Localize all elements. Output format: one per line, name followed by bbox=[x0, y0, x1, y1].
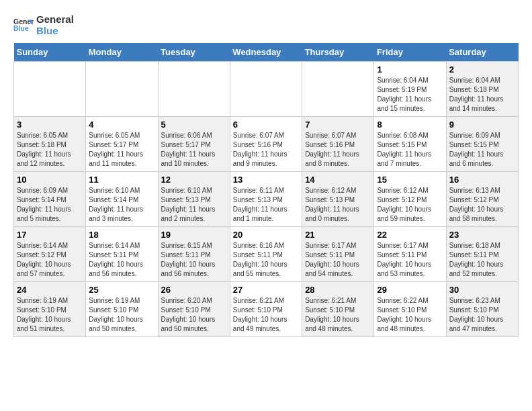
day-cell: 3Sunrise: 6:05 AM Sunset: 5:18 PM Daylig… bbox=[14, 117, 86, 172]
day-number: 9 bbox=[449, 120, 515, 130]
week-row-4: 17Sunrise: 6:14 AM Sunset: 5:12 PM Dayli… bbox=[14, 227, 519, 282]
day-info: Sunrise: 6:21 AM Sunset: 5:10 PM Dayligh… bbox=[305, 296, 371, 334]
day-cell: 21Sunrise: 6:17 AM Sunset: 5:11 PM Dayli… bbox=[302, 227, 374, 282]
day-cell: 28Sunrise: 6:21 AM Sunset: 5:10 PM Dayli… bbox=[302, 282, 374, 337]
day-info: Sunrise: 6:19 AM Sunset: 5:10 PM Dayligh… bbox=[89, 296, 154, 334]
day-number: 1 bbox=[377, 64, 443, 75]
day-info: Sunrise: 6:21 AM Sunset: 5:10 PM Dayligh… bbox=[233, 296, 299, 334]
day-number: 25 bbox=[89, 285, 154, 295]
day-info: Sunrise: 6:10 AM Sunset: 5:14 PM Dayligh… bbox=[89, 186, 154, 224]
day-info: Sunrise: 6:05 AM Sunset: 5:17 PM Dayligh… bbox=[89, 131, 154, 169]
day-cell: 1Sunrise: 6:04 AM Sunset: 5:19 PM Daylig… bbox=[374, 62, 446, 117]
day-number: 22 bbox=[377, 230, 443, 240]
day-cell: 26Sunrise: 6:20 AM Sunset: 5:10 PM Dayli… bbox=[158, 282, 230, 337]
day-info: Sunrise: 6:23 AM Sunset: 5:10 PM Dayligh… bbox=[449, 296, 515, 334]
day-cell: 15Sunrise: 6:12 AM Sunset: 5:12 PM Dayli… bbox=[374, 172, 446, 227]
calendar-table: SundayMondayTuesdayWednesdayThursdayFrid… bbox=[13, 43, 519, 337]
day-info: Sunrise: 6:06 AM Sunset: 5:17 PM Dayligh… bbox=[161, 131, 227, 169]
day-cell: 14Sunrise: 6:12 AM Sunset: 5:13 PM Dayli… bbox=[302, 172, 374, 227]
day-number: 28 bbox=[305, 285, 371, 295]
day-info: Sunrise: 6:10 AM Sunset: 5:13 PM Dayligh… bbox=[161, 186, 227, 224]
day-cell bbox=[158, 62, 230, 117]
day-cell: 16Sunrise: 6:13 AM Sunset: 5:12 PM Dayli… bbox=[446, 172, 518, 227]
day-cell: 10Sunrise: 6:09 AM Sunset: 5:14 PM Dayli… bbox=[14, 172, 86, 227]
day-info: Sunrise: 6:22 AM Sunset: 5:10 PM Dayligh… bbox=[377, 296, 443, 334]
day-number: 18 bbox=[89, 230, 154, 240]
day-cell: 9Sunrise: 6:09 AM Sunset: 5:15 PM Daylig… bbox=[446, 117, 518, 172]
day-number: 3 bbox=[17, 120, 83, 130]
logo-general: General bbox=[36, 13, 74, 25]
day-info: Sunrise: 6:05 AM Sunset: 5:18 PM Dayligh… bbox=[17, 131, 83, 169]
day-info: Sunrise: 6:04 AM Sunset: 5:19 PM Dayligh… bbox=[377, 76, 443, 113]
day-number: 4 bbox=[89, 120, 154, 130]
day-number: 20 bbox=[233, 230, 299, 240]
day-cell: 11Sunrise: 6:10 AM Sunset: 5:14 PM Dayli… bbox=[86, 172, 158, 227]
logo: General Blue General Blue bbox=[13, 13, 74, 36]
weekday-header-saturday: Saturday bbox=[446, 43, 518, 62]
week-row-1: 1Sunrise: 6:04 AM Sunset: 5:19 PM Daylig… bbox=[14, 62, 519, 117]
day-info: Sunrise: 6:09 AM Sunset: 5:15 PM Dayligh… bbox=[449, 131, 515, 169]
day-cell: 4Sunrise: 6:05 AM Sunset: 5:17 PM Daylig… bbox=[86, 117, 158, 172]
day-cell: 24Sunrise: 6:19 AM Sunset: 5:10 PM Dayli… bbox=[14, 282, 86, 337]
day-number: 13 bbox=[233, 175, 299, 185]
day-cell: 5Sunrise: 6:06 AM Sunset: 5:17 PM Daylig… bbox=[158, 117, 230, 172]
week-row-2: 3Sunrise: 6:05 AM Sunset: 5:18 PM Daylig… bbox=[14, 117, 519, 172]
weekday-header-monday: Monday bbox=[86, 43, 158, 62]
day-info: Sunrise: 6:07 AM Sunset: 5:16 PM Dayligh… bbox=[305, 131, 371, 169]
day-info: Sunrise: 6:08 AM Sunset: 5:15 PM Dayligh… bbox=[377, 131, 443, 169]
day-number: 19 bbox=[161, 230, 227, 240]
logo-blue: Blue bbox=[36, 25, 74, 36]
day-cell: 25Sunrise: 6:19 AM Sunset: 5:10 PM Dayli… bbox=[86, 282, 158, 337]
day-number: 27 bbox=[233, 285, 299, 295]
day-number: 2 bbox=[449, 64, 515, 75]
day-info: Sunrise: 6:11 AM Sunset: 5:13 PM Dayligh… bbox=[233, 186, 299, 224]
weekday-header-sunday: Sunday bbox=[14, 43, 86, 62]
day-number: 24 bbox=[17, 285, 83, 295]
day-number: 14 bbox=[305, 175, 371, 185]
day-cell bbox=[14, 62, 86, 117]
day-cell: 8Sunrise: 6:08 AM Sunset: 5:15 PM Daylig… bbox=[374, 117, 446, 172]
day-info: Sunrise: 6:18 AM Sunset: 5:11 PM Dayligh… bbox=[449, 241, 515, 279]
day-info: Sunrise: 6:12 AM Sunset: 5:12 PM Dayligh… bbox=[377, 186, 443, 224]
day-info: Sunrise: 6:09 AM Sunset: 5:14 PM Dayligh… bbox=[17, 186, 83, 224]
day-number: 15 bbox=[377, 175, 443, 185]
weekday-header-friday: Friday bbox=[374, 43, 446, 62]
week-row-5: 24Sunrise: 6:19 AM Sunset: 5:10 PM Dayli… bbox=[14, 282, 519, 337]
day-cell: 29Sunrise: 6:22 AM Sunset: 5:10 PM Dayli… bbox=[374, 282, 446, 337]
day-number: 12 bbox=[161, 175, 227, 185]
day-cell: 12Sunrise: 6:10 AM Sunset: 5:13 PM Dayli… bbox=[158, 172, 230, 227]
day-cell: 7Sunrise: 6:07 AM Sunset: 5:16 PM Daylig… bbox=[302, 117, 374, 172]
day-cell: 17Sunrise: 6:14 AM Sunset: 5:12 PM Dayli… bbox=[14, 227, 86, 282]
day-number: 11 bbox=[89, 175, 154, 185]
day-info: Sunrise: 6:04 AM Sunset: 5:18 PM Dayligh… bbox=[449, 76, 515, 113]
day-cell: 2Sunrise: 6:04 AM Sunset: 5:18 PM Daylig… bbox=[446, 62, 518, 117]
header: General Blue General Blue bbox=[13, 13, 519, 36]
day-info: Sunrise: 6:17 AM Sunset: 5:11 PM Dayligh… bbox=[305, 241, 371, 279]
day-cell: 6Sunrise: 6:07 AM Sunset: 5:16 PM Daylig… bbox=[230, 117, 302, 172]
day-info: Sunrise: 6:19 AM Sunset: 5:10 PM Dayligh… bbox=[17, 296, 83, 334]
day-info: Sunrise: 6:15 AM Sunset: 5:11 PM Dayligh… bbox=[161, 241, 227, 279]
day-cell: 19Sunrise: 6:15 AM Sunset: 5:11 PM Dayli… bbox=[158, 227, 230, 282]
svg-text:Blue: Blue bbox=[13, 24, 29, 32]
day-number: 8 bbox=[377, 120, 443, 130]
weekday-header-tuesday: Tuesday bbox=[158, 43, 230, 62]
day-cell: 13Sunrise: 6:11 AM Sunset: 5:13 PM Dayli… bbox=[230, 172, 302, 227]
day-number: 7 bbox=[305, 120, 371, 130]
day-number: 21 bbox=[305, 230, 371, 240]
day-info: Sunrise: 6:20 AM Sunset: 5:10 PM Dayligh… bbox=[161, 296, 227, 334]
day-number: 29 bbox=[377, 285, 443, 295]
day-cell bbox=[86, 62, 158, 117]
day-number: 23 bbox=[449, 230, 515, 240]
day-cell: 23Sunrise: 6:18 AM Sunset: 5:11 PM Dayli… bbox=[446, 227, 518, 282]
logo-icon: General Blue bbox=[13, 15, 34, 35]
weekday-header-row: SundayMondayTuesdayWednesdayThursdayFrid… bbox=[14, 43, 519, 62]
day-cell bbox=[230, 62, 302, 117]
day-number: 10 bbox=[17, 175, 83, 185]
day-cell: 22Sunrise: 6:17 AM Sunset: 5:11 PM Dayli… bbox=[374, 227, 446, 282]
day-info: Sunrise: 6:14 AM Sunset: 5:12 PM Dayligh… bbox=[17, 241, 83, 279]
day-cell: 27Sunrise: 6:21 AM Sunset: 5:10 PM Dayli… bbox=[230, 282, 302, 337]
day-cell: 20Sunrise: 6:16 AM Sunset: 5:11 PM Dayli… bbox=[230, 227, 302, 282]
day-cell: 30Sunrise: 6:23 AM Sunset: 5:10 PM Dayli… bbox=[446, 282, 518, 337]
day-info: Sunrise: 6:17 AM Sunset: 5:11 PM Dayligh… bbox=[377, 241, 443, 279]
day-number: 17 bbox=[17, 230, 83, 240]
